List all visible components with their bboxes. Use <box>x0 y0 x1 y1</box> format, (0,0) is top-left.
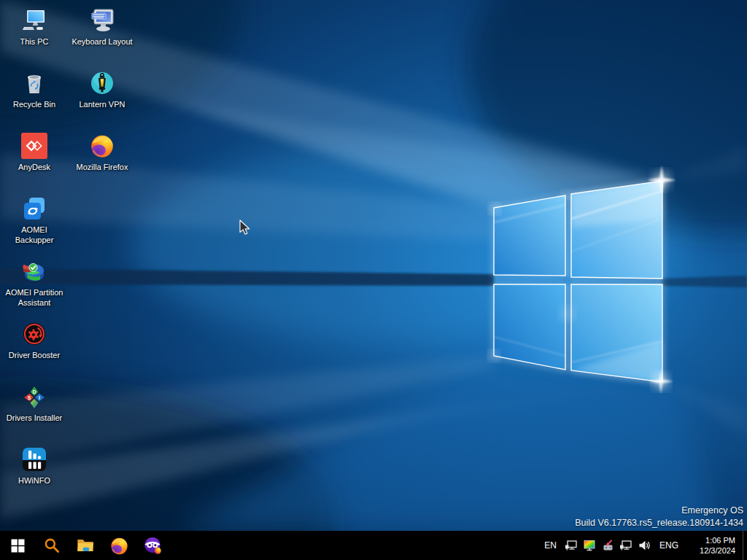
desktop-icon-anydesk[interactable]: AnyDesk <box>1 133 68 172</box>
hwinfo-icon <box>21 446 47 472</box>
taskbar-file-explorer-button[interactable] <box>69 531 102 560</box>
os-name: Emergency OS <box>575 505 743 517</box>
windows-logo-icon <box>10 538 26 553</box>
network-icon[interactable] <box>617 531 635 560</box>
system-tray: EN <box>538 531 747 560</box>
lantern-vpn-icon <box>89 70 115 96</box>
driver-booster-icon <box>21 321 47 347</box>
desktop-icon-hwinfo[interactable]: HWiNFO <box>1 446 68 486</box>
drivers-installer-icon: D I S <box>21 384 47 410</box>
svg-text:I: I <box>39 395 40 400</box>
desktop-icon-label: Recycle Bin <box>13 99 55 109</box>
desktop-icon-mozilla-firefox[interactable]: Mozilla Firefox <box>69 133 136 172</box>
desktop-icon-keyboard-layout[interactable]: Keyboard Layout <box>69 7 136 47</box>
search-icon <box>43 537 61 554</box>
desktop-icon-label: This PC <box>20 36 48 47</box>
firefox-private-browsing-icon <box>143 536 163 556</box>
desktop-icon-this-pc[interactable]: This PC <box>1 7 68 47</box>
taskbar: EN <box>0 531 747 560</box>
desktop-icon-lantern-vpn[interactable]: Lantern VPN <box>69 70 136 109</box>
svg-text:D: D <box>32 389 36 394</box>
os-build-string: Build V6.17763.rs5_release.180914-1434 <box>575 517 743 529</box>
start-button[interactable] <box>0 531 35 560</box>
this-pc-icon <box>21 7 47 34</box>
desktop-icon-label: Drivers Installer <box>7 413 62 423</box>
show-desktop-button[interactable] <box>743 531 747 560</box>
volume-icon[interactable] <box>635 531 654 560</box>
windows-desktop: This PC Keyboard Layout <box>0 0 747 560</box>
desktop-icon-label: Driver Booster <box>9 350 60 360</box>
desktop-icon-label: HWiNFO <box>18 475 50 486</box>
file-explorer-icon <box>76 536 95 555</box>
svg-text:S: S <box>28 395 31 400</box>
desktop-icon-recycle-bin[interactable]: Recycle Bin <box>1 70 68 109</box>
clock-date: 12/3/2024 <box>690 545 735 556</box>
firefox-icon <box>89 133 115 159</box>
recycle-bin-icon <box>21 70 47 96</box>
keyboard-layout-icon <box>89 7 115 34</box>
os-build-watermark: Emergency OS Build V6.17763.rs5_release.… <box>575 505 743 529</box>
desktop-icon-label: AOMEI Partition Assistant <box>2 287 66 308</box>
clock-time: 1:06 PM <box>690 535 735 545</box>
firefox-icon <box>109 536 129 556</box>
desktop-icon-label: Lantern VPN <box>80 99 125 109</box>
wired-network-icon[interactable] <box>562 531 581 560</box>
taskbar-firefox-button[interactable] <box>102 531 136 560</box>
input-indicator[interactable]: EN <box>538 531 562 560</box>
taskbar-search-button[interactable] <box>35 531 69 560</box>
desktop-icon-label: AOMEI Backupper <box>9 225 60 245</box>
taskbar-firefox-private-button[interactable] <box>136 531 169 560</box>
language-indicator[interactable]: ENG <box>654 531 684 560</box>
desktop-icon-label: AnyDesk <box>18 162 50 172</box>
desktop-icon-driver-booster[interactable]: Driver Booster <box>1 321 68 360</box>
desktop-icon-aomei-backupper[interactable]: AOMEI Backupper <box>1 195 68 245</box>
aomei-partition-assistant-icon <box>21 258 47 284</box>
safely-remove-hardware-icon[interactable] <box>599 531 617 560</box>
desktop-icon-label: Keyboard Layout <box>71 36 132 47</box>
aomei-backupper-icon <box>21 195 47 222</box>
desktop-icon-aomei-partition-assistant[interactable]: AOMEI Partition Assistant <box>1 258 68 308</box>
taskbar-clock[interactable]: 1:06 PM 12/3/2024 <box>684 535 743 556</box>
display-color-icon[interactable] <box>581 531 599 560</box>
desktop-icon-label: Mozilla Firefox <box>77 162 128 172</box>
desktop-icon-drivers-installer[interactable]: D I S Drivers Installer <box>1 384 68 423</box>
anydesk-icon <box>21 133 47 159</box>
